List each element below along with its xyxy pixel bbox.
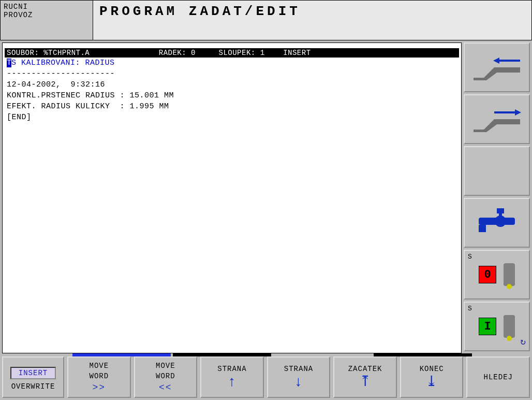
tool-icon: [504, 315, 515, 338]
page-title: PROGRAM ZADAT/EDIT: [93, 0, 532, 40]
program-heading: TS KALIBROVANI: RADIUS: [5, 58, 459, 68]
mode-box: RUCNI PROVOZ: [0, 0, 93, 40]
arrow-down-icon: ↓: [294, 375, 303, 390]
svg-marker-3: [474, 119, 520, 132]
timestamp-line: 12-04-2002, 9:32:16: [5, 79, 459, 90]
softkey-coolant[interactable]: [464, 198, 530, 248]
mode-line1: RUCNI: [4, 3, 90, 11]
chevron-left-icon: <<: [159, 382, 172, 393]
s-label: S: [468, 305, 472, 312]
arrow-down-stop-icon: ⤓: [425, 375, 438, 390]
arrow-up-stop-icon: ⤒: [359, 375, 372, 390]
editor-status-bar: SOUBOR: %TCHPRNT.A RADEK: 0 SLOUPEK: 1 I…: [5, 48, 459, 58]
ramp-right-icon: [471, 106, 523, 132]
svg-marker-5: [515, 109, 521, 116]
svg-marker-2: [493, 58, 499, 64]
tool-icon: [504, 263, 515, 286]
bottom-softkeys: INSERT OVERWRITE MOVE WORD >> MOVE WORD …: [2, 356, 530, 398]
faucet-icon: [474, 206, 520, 240]
softkey-ramp-left[interactable]: [464, 42, 530, 92]
cursor: T: [7, 59, 11, 67]
ball-radius-line: EFEKT. RADIUS KULICKY : 1.995 MM: [5, 101, 459, 112]
overwrite-label: OVERWRITE: [11, 382, 55, 391]
editor-pane[interactable]: SOUBOR: %TCHPRNT.A RADEK: 0 SLOUPEK: 1 I…: [2, 42, 462, 353]
svg-marker-0: [474, 67, 520, 80]
ramp-left-icon: [471, 54, 523, 80]
softkey-empty[interactable]: [464, 146, 530, 196]
rotate-icon: ↻: [520, 336, 526, 347]
header: RUCNI PROVOZ PROGRAM ZADAT/EDIT: [0, 0, 532, 40]
softkey-end[interactable]: KONEC ⤓: [400, 356, 464, 398]
softkey-spindle-start[interactable]: S I ↻: [464, 302, 530, 351]
softkey-ramp-right[interactable]: [464, 94, 530, 144]
chevron-right-icon: >>: [92, 382, 106, 393]
svg-rect-6: [497, 208, 504, 213]
mode-line2: PROVOZ: [4, 11, 90, 19]
softkey-spindle-stop[interactable]: S 0: [464, 250, 530, 299]
s-label: S: [468, 253, 472, 261]
divider-line: ----------------------: [5, 68, 459, 79]
right-softkeys: S 0 S I ↻: [464, 42, 530, 353]
svg-point-10: [495, 216, 506, 227]
softkey-start[interactable]: ZACATEK ⤒: [333, 356, 397, 398]
svg-rect-9: [479, 225, 486, 232]
ring-radius-line: KONTRL.PRSTENEC RADIUS : 15.001 MM: [5, 90, 459, 101]
softkey-find[interactable]: HLEDEJ: [466, 356, 530, 398]
spindle-start-value: I: [479, 318, 496, 335]
softkey-insert-overwrite[interactable]: INSERT OVERWRITE: [2, 356, 64, 398]
softkey-move-word-fwd[interactable]: MOVE WORD >>: [67, 356, 131, 398]
arrow-up-icon: ↑: [228, 375, 237, 390]
spindle-stop-value: 0: [479, 266, 496, 283]
softkey-page-up[interactable]: STRANA ↑: [200, 356, 264, 398]
softkey-move-word-back[interactable]: MOVE WORD <<: [134, 356, 198, 398]
softkey-page-down[interactable]: STRANA ↓: [267, 356, 331, 398]
end-marker: [END]: [5, 112, 459, 123]
insert-label: INSERT: [10, 367, 56, 379]
